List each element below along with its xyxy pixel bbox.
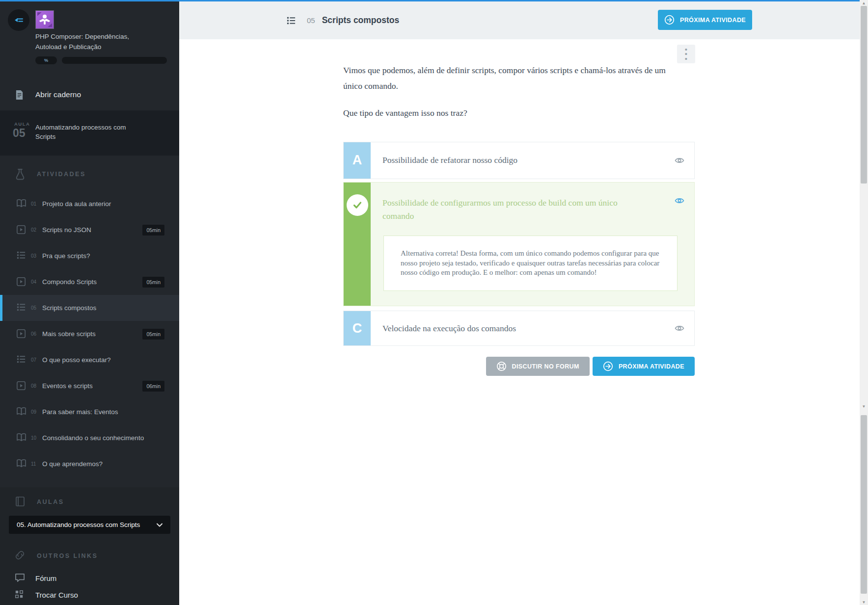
open-notebook-label: Abrir caderno bbox=[35, 90, 81, 99]
scroll-down-arrow[interactable]: ▼ bbox=[860, 403, 868, 409]
sidebar-activity-04[interactable]: 04 Compondo Scripts 05min bbox=[0, 269, 179, 295]
next-activity-label: PRÓXIMA ATIVIDADE bbox=[680, 17, 746, 24]
activity-label: Consolidando o seu conhecimento bbox=[42, 434, 144, 442]
course-logo-person-icon bbox=[37, 12, 52, 27]
collapse-sidebar-button[interactable] bbox=[8, 9, 29, 31]
aulas-section-header: AULAS bbox=[0, 496, 179, 511]
option-c-text: Velocidade na execução dos comandos bbox=[382, 323, 516, 334]
sidebar-activity-08[interactable]: 08 Eventos e scripts 06min bbox=[0, 373, 179, 399]
lesson-select[interactable]: 05. Automatizando processos com Scripts bbox=[9, 516, 170, 534]
activity-number: 10 bbox=[31, 435, 39, 441]
activity-label: Projeto da aula anterior bbox=[42, 200, 111, 208]
other-links-heading: OUTROS LINKS bbox=[37, 552, 98, 559]
eye-icon[interactable] bbox=[675, 325, 684, 332]
main-content: 05 Scripts compostos PRÓXIMA ATIVIDADE •… bbox=[179, 1, 860, 605]
sidebar-activity-02[interactable]: 02 Scripts no JSON 05min bbox=[0, 217, 179, 243]
eye-icon[interactable] bbox=[675, 197, 684, 204]
option-c[interactable]: C Velocidade na execução dos comandos bbox=[343, 311, 695, 346]
question-paragraph: Vimos que podemos, além de definir scrip… bbox=[343, 63, 683, 94]
activity-number: 08 bbox=[31, 383, 39, 389]
sidebar-activity-09[interactable]: 09 Para saber mais: Eventos bbox=[0, 399, 179, 425]
sidebar-activity-05-active[interactable]: 05 Scripts compostos bbox=[0, 295, 179, 321]
activities-heading: ATIVIDADES bbox=[37, 171, 86, 178]
option-c-letter: C bbox=[344, 311, 371, 345]
sidebar-activity-11[interactable]: 11 O que aprendemos? bbox=[0, 451, 179, 477]
discuss-forum-label: DISCUTIR NO FORUM bbox=[512, 363, 579, 370]
page-title: Scripts compostos bbox=[322, 15, 400, 26]
activity-label: O que aprendemos? bbox=[42, 460, 103, 468]
video-icon bbox=[16, 225, 27, 235]
activity-number: 02 bbox=[31, 227, 39, 233]
discuss-forum-button[interactable]: DISCUTIR NO FORUM bbox=[486, 357, 590, 376]
progress-track bbox=[62, 57, 167, 64]
progress-percent-pill: % bbox=[35, 56, 57, 64]
sidebar-activity-10[interactable]: 10 Consolidando o seu conhecimento bbox=[0, 425, 179, 451]
sidebar-activity-07[interactable]: 07 O que posso executar? bbox=[0, 347, 179, 373]
next-activity-label: PRÓXIMA ATIVIDADE bbox=[619, 363, 684, 370]
next-activity-button-top[interactable]: PRÓXIMA ATIVIDADE bbox=[658, 10, 752, 30]
scrollbar-thumb[interactable] bbox=[861, 6, 867, 184]
duration-badge: 05min bbox=[142, 277, 164, 288]
video-icon bbox=[16, 381, 27, 391]
lessons-book-icon bbox=[15, 496, 26, 507]
collapse-sidebar-icon bbox=[14, 16, 24, 24]
forum-bubble-icon bbox=[15, 573, 25, 582]
question-text: Vimos que podemos, além de definir scrip… bbox=[343, 39, 695, 121]
video-icon bbox=[16, 329, 27, 339]
activity-label: Scripts compostos bbox=[42, 304, 96, 312]
activities-section-header: ATIVIDADES bbox=[0, 168, 179, 183]
bullet-list-icon bbox=[16, 303, 27, 313]
activity-number: 06 bbox=[31, 331, 39, 337]
bullet-list-icon bbox=[16, 355, 27, 365]
chevron-down-icon bbox=[157, 523, 163, 527]
course-title: PHP Composer: Dependências, Autoload e P… bbox=[35, 32, 141, 53]
option-a-letter: A bbox=[344, 142, 371, 179]
top-accent-bar bbox=[0, 0, 868, 1]
aulas-heading: AULAS bbox=[37, 499, 64, 505]
open-notebook-button[interactable]: Abrir caderno bbox=[0, 84, 179, 107]
activity-number: 03 bbox=[31, 253, 39, 259]
switch-course-label: Trocar Curso bbox=[35, 591, 78, 599]
check-icon bbox=[347, 194, 368, 216]
option-b-correct[interactable]: Possibilidade de configurarmos um proces… bbox=[343, 182, 695, 307]
scrollbar-thumb[interactable] bbox=[861, 415, 867, 594]
open-book-icon bbox=[16, 199, 27, 209]
scroll-down-arrow[interactable]: ▼ bbox=[860, 599, 868, 605]
forum-label: Fórum bbox=[35, 574, 56, 582]
eye-icon[interactable] bbox=[675, 157, 684, 164]
open-book-icon bbox=[16, 433, 27, 443]
switch-course-link[interactable]: Trocar Curso bbox=[0, 587, 179, 604]
forum-link[interactable]: Fórum bbox=[0, 571, 179, 587]
other-links-section-header: OUTROS LINKS bbox=[0, 550, 179, 565]
video-icon bbox=[16, 277, 27, 287]
lesson-word: AULA bbox=[14, 121, 30, 127]
activity-label: Pra que scripts? bbox=[42, 252, 90, 260]
lesson-title: Automatizando processos com Scripts bbox=[35, 123, 143, 142]
next-activity-button-bottom[interactable]: PRÓXIMA ATIVIDADE bbox=[593, 357, 695, 376]
life-ring-icon bbox=[496, 361, 507, 371]
activity-header: 05 Scripts compostos PRÓXIMA ATIVIDADE bbox=[179, 1, 860, 39]
scroll-up-arrow[interactable]: ▲ bbox=[860, 0, 868, 6]
option-a[interactable]: A Possibilidade de refatorar nosso códig… bbox=[343, 142, 695, 179]
option-a-text: Possibilidade de refatorar nosso código bbox=[382, 155, 517, 165]
activities-flask-icon bbox=[15, 168, 26, 180]
sidebar-activity-03[interactable]: 03 Pra que scripts? bbox=[0, 243, 179, 269]
sidebar-activity-06[interactable]: 06 Mais sobre scripts 05min bbox=[0, 321, 179, 347]
activity-label: Eventos e scripts bbox=[42, 382, 93, 390]
option-b-text: Possibilidade de configurarmos um proces… bbox=[382, 196, 650, 223]
course-logo[interactable] bbox=[35, 10, 54, 29]
activity-number: 07 bbox=[31, 357, 39, 363]
chain-link-icon bbox=[15, 550, 25, 560]
answer-options: A Possibilidade de refatorar nosso códig… bbox=[343, 142, 695, 346]
sidebar-activity-01[interactable]: 01 Projeto da aula anterior bbox=[0, 191, 179, 217]
duration-badge: 05min bbox=[142, 329, 164, 340]
activities-list: 01 Projeto da aula anterior 02 Scripts n… bbox=[0, 191, 179, 477]
arrow-circle-right-icon bbox=[603, 361, 613, 371]
footer-actions: DISCUTIR NO FORUM PRÓXIMA ATIVIDADE bbox=[343, 357, 695, 376]
bullet-list-icon bbox=[16, 251, 27, 261]
arrow-circle-right-icon bbox=[664, 15, 675, 25]
activity-label: Scripts no JSON bbox=[42, 226, 91, 234]
sidebar: PHP Composer: Dependências, Autoload e P… bbox=[0, 1, 179, 605]
activity-number: 11 bbox=[31, 461, 39, 467]
notebook-icon bbox=[15, 90, 24, 100]
